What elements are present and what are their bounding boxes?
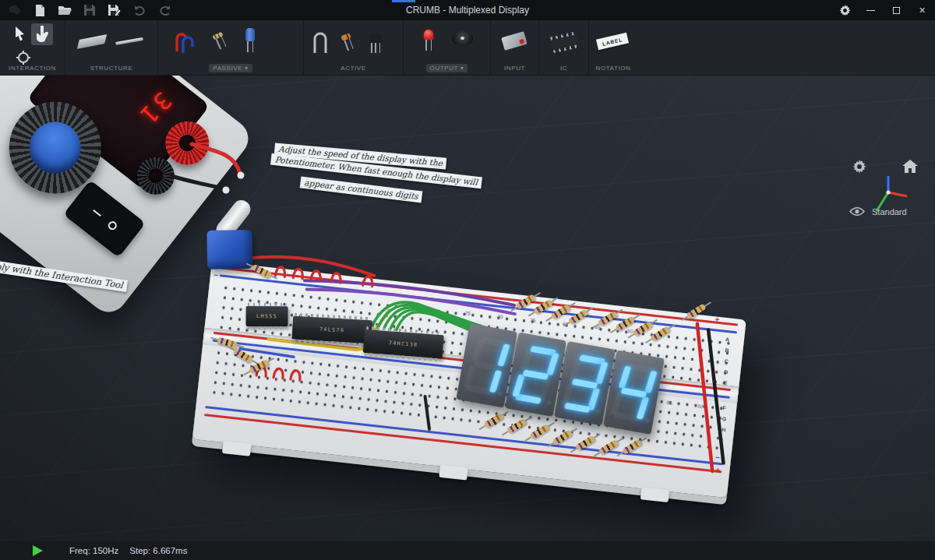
home-view-icon[interactable] (902, 160, 918, 173)
new-file-button[interactable] (31, 2, 48, 18)
save-as-button[interactable] (106, 2, 123, 18)
resistor-tool-icon[interactable] (212, 32, 223, 41)
redo-button[interactable] (156, 2, 173, 18)
view-preset-label: Standard (872, 207, 907, 217)
eye-icon (849, 206, 865, 217)
photoresistor-tool-icon[interactable] (313, 30, 329, 55)
statusbar: Freq: 150Hz Step: 6.667ms (0, 541, 935, 560)
capacitor-tool-icon[interactable] (245, 28, 255, 41)
section-label-structure: STRUCTURE (65, 65, 157, 72)
chevron-down-icon: ▾ (460, 65, 464, 72)
close-button[interactable]: × (909, 0, 935, 20)
rod-tool-icon[interactable] (115, 37, 143, 45)
viewport-settings-gear-icon[interactable] (852, 160, 866, 174)
section-label-notation: NOTATION (589, 65, 637, 72)
accent-strip (392, 0, 415, 2)
black-lead-wire[interactable] (171, 176, 225, 189)
passive-dropdown[interactable]: PASSIVE ▾ (158, 65, 303, 72)
buzzer-tool-icon[interactable] (452, 31, 473, 46)
lead-ferrule (238, 172, 245, 179)
section-structure: STRUCTURE (65, 20, 158, 76)
switch-tool-icon[interactable] (501, 31, 527, 51)
section-interaction: INTERACTION (0, 20, 65, 76)
open-file-button[interactable] (56, 2, 73, 18)
section-label-interaction: INTERACTION (0, 65, 65, 72)
transistor-tool-icon[interactable] (369, 33, 382, 43)
chevron-down-icon: ▾ (245, 65, 249, 72)
led-tool-icon[interactable] (424, 30, 433, 40)
section-label-ic: IC (539, 65, 588, 72)
crumb-app: CRUMB - Multiplexed Display × INTERACTIO… (0, 0, 935, 560)
scene-viewport[interactable]: 31 Adjust the speed of the display with … (0, 76, 935, 541)
component-toolbar: INTERACTION STRUCTURE PASSIVE ▾ ACTIVE (0, 20, 935, 76)
label-tool-icon[interactable]: LABEL (596, 33, 629, 51)
section-active: ACTIVE (304, 20, 404, 76)
section-passive: PASSIVE ▾ (158, 20, 304, 76)
step-readout: Step: 6.667ms (129, 546, 187, 555)
settings-gear-icon[interactable] (832, 0, 858, 20)
save-button[interactable] (81, 2, 98, 18)
ic-tool-icon[interactable] (549, 34, 579, 51)
maximize-button[interactable] (884, 0, 909, 20)
select-arrow-tool-icon[interactable] (14, 26, 26, 42)
orbit-tool-icon[interactable] (16, 51, 30, 65)
play-button[interactable] (33, 545, 43, 556)
titlebar: CRUMB - Multiplexed Display × (0, 0, 935, 20)
lead-ferrule (223, 187, 230, 194)
wire-tool-icon[interactable] (175, 28, 197, 55)
section-ic: IC (539, 20, 589, 76)
section-output: OUTPUT ▾ (404, 20, 491, 76)
hand-tool-icon[interactable] (34, 26, 50, 43)
diode-tool-icon[interactable] (340, 33, 351, 41)
minimize-button[interactable] (858, 0, 884, 20)
section-input: INPUT (491, 20, 539, 76)
view-preset-control[interactable]: Standard (849, 206, 907, 217)
app-logo (6, 2, 23, 18)
section-notation: LABEL NOTATION (589, 20, 637, 76)
output-dropdown[interactable]: OUTPUT ▾ (404, 65, 490, 72)
section-label-input: INPUT (491, 65, 538, 72)
undo-button[interactable] (131, 2, 148, 18)
section-label-active: ACTIVE (304, 65, 403, 72)
red-lead-wire[interactable] (192, 144, 240, 174)
breadboard-tool-icon[interactable] (77, 34, 107, 49)
lead-wires (0, 76, 935, 541)
frequency-readout: Freq: 150Hz (69, 546, 118, 555)
